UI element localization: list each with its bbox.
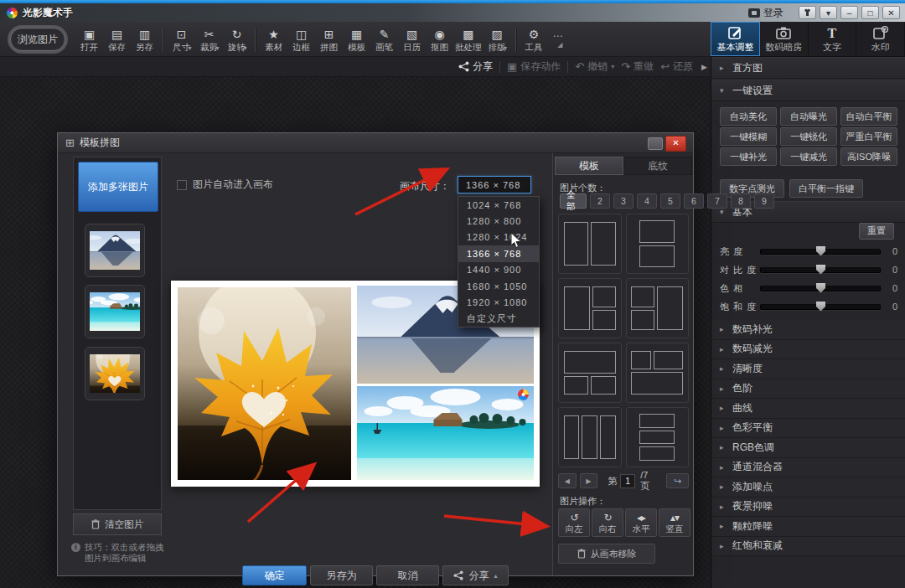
collage-photo-beach[interactable] (357, 386, 534, 480)
section-色阶[interactable]: ▸色阶 (711, 379, 905, 400)
toolbar-item-边框[interactable]: ◫边框 (287, 25, 315, 55)
page-number-input[interactable]: 1 (620, 474, 635, 488)
slider-thumb[interactable] (816, 302, 825, 312)
auto-enter-canvas-option[interactable]: 图片自动进入画布 (177, 178, 273, 192)
dialog-close-button[interactable]: ✕ (665, 136, 686, 152)
op-button-水平[interactable]: ◂▸水平 (625, 508, 657, 537)
slider-thumb[interactable] (816, 246, 825, 256)
redo-button[interactable]: ↷ 重做 (621, 59, 654, 74)
slider-track[interactable] (760, 286, 881, 291)
slider-track[interactable] (760, 249, 881, 255)
oneclick-button-一键锐化[interactable]: 一键锐化 (780, 127, 837, 146)
restore-button[interactable]: ↩ 还原 (660, 59, 693, 74)
tab-text[interactable]: T 文字 (809, 22, 857, 56)
toolbar-item-尺寸[interactable]: ⊡尺寸▾ (168, 25, 195, 55)
section-histogram[interactable]: ▸ 直方图 (711, 57, 905, 79)
dropdown-option[interactable]: 1680 × 1050 (458, 278, 539, 294)
template-thumb[interactable] (558, 407, 622, 467)
count-option-2[interactable]: 2 (590, 193, 610, 209)
menu-button[interactable]: ▾ (820, 6, 837, 19)
cancel-button[interactable]: 取消 (376, 565, 439, 585)
count-option-4[interactable]: 4 (637, 193, 657, 209)
maximize-button[interactable]: □ (861, 6, 879, 19)
toolbar-item-旋转[interactable]: ↻旋转▾ (223, 25, 251, 55)
dropdown-option[interactable]: 自定义尺寸 (458, 311, 539, 327)
undo-button[interactable]: ↶ 撤销 ▾ (575, 59, 614, 74)
login-button[interactable]: 登录 (748, 6, 783, 20)
count-option-7[interactable]: 7 (707, 193, 727, 209)
image-thumbnail-beach[interactable] (85, 285, 145, 338)
section-通道混合器[interactable]: ▸通道混合器 (711, 458, 905, 478)
slider-thumb[interactable] (816, 283, 825, 293)
slider-thumb[interactable] (816, 265, 825, 275)
section-oneclick[interactable]: ▾ 一键设置 (711, 80, 905, 101)
reset-button[interactable]: 重置 (859, 223, 894, 240)
clear-images-button[interactable]: 清空图片 (73, 513, 162, 535)
count-option-6[interactable]: 6 (684, 193, 704, 209)
canvas-size-combobox[interactable]: 1366 × 768 (458, 176, 531, 193)
oneclick-button-自动美化[interactable]: 自动美化 (720, 107, 777, 126)
oneclick-button-严重白平衡[interactable]: 严重白平衡 (840, 127, 897, 146)
toolbar-item-素材[interactable]: ★素材 (260, 25, 287, 55)
section-数码减光[interactable]: ▸数码减光 (711, 340, 905, 360)
toolbar-more-button[interactable]: ⋯◢ (553, 31, 563, 49)
count-option-9[interactable]: 9 (754, 193, 774, 209)
toolbar-item-抠图[interactable]: ◉抠图 (426, 25, 453, 55)
remove-from-canvas-button[interactable]: 从画布移除 (558, 544, 655, 564)
minimize-button[interactable]: – (840, 6, 858, 19)
template-thumb[interactable] (626, 407, 690, 467)
op-button-向左[interactable]: ↺向左 (558, 508, 590, 537)
skin-button[interactable] (799, 6, 816, 19)
tab-digital-darkroom[interactable]: 数码暗房 (760, 22, 809, 56)
dropdown-option[interactable]: 1366 × 768 (458, 245, 539, 261)
oneclick-button-高ISO降噪[interactable]: 高ISO降噪 (840, 147, 897, 166)
toolbar-item-日历[interactable]: ▧日历 (398, 25, 426, 55)
toolbar-item-画笔[interactable]: ✎画笔 (370, 25, 398, 55)
oneclick-button-自动白平衡[interactable]: 自动白平衡 (840, 107, 897, 126)
count-option-全部[interactable]: 全部 (560, 193, 587, 209)
checkbox-icon[interactable] (177, 180, 187, 190)
oneclick-button-自动曝光[interactable]: 自动曝光 (780, 107, 837, 126)
section-色彩平衡[interactable]: ▸色彩平衡 (711, 419, 905, 439)
tab-watermark[interactable]: 水印 (856, 22, 905, 56)
section-颗粒降噪[interactable]: ▸颗粒降噪 (711, 517, 905, 537)
tab-template[interactable]: 模板 (555, 157, 623, 175)
template-thumb[interactable] (626, 343, 690, 403)
section-夜景抑噪[interactable]: ▸夜景抑噪 (711, 498, 905, 518)
add-images-button[interactable]: 添加多张图片 (78, 162, 158, 212)
toolbar-item-工具[interactable]: ⚙工具 (520, 25, 548, 55)
section-清晰度[interactable]: ▸清晰度 (711, 359, 905, 379)
slider-track[interactable] (760, 304, 881, 310)
image-thumbnail-fuji[interactable] (85, 224, 145, 277)
oneclick-button-一键模糊[interactable]: 一键模糊 (720, 127, 777, 146)
toolbar-item-另存[interactable]: ▥另存 (131, 25, 158, 55)
template-thumb[interactable] (626, 214, 690, 274)
count-option-5[interactable]: 5 (660, 193, 680, 209)
template-thumb[interactable] (558, 278, 622, 338)
count-option-3[interactable]: 3 (613, 193, 634, 209)
section-添加噪点[interactable]: ▸添加噪点 (711, 477, 905, 498)
dropdown-option[interactable]: 1920 × 1080 (458, 294, 539, 310)
toolbar-item-保存[interactable]: ▤保存 (103, 25, 131, 55)
oneclick-button-白平衡一指键[interactable]: 白平衡一指键 (789, 179, 863, 198)
dialog-share-button[interactable]: 分享 ▴ (442, 565, 509, 585)
close-button[interactable]: ✕ (882, 6, 900, 19)
browse-images-button[interactable]: 浏览图片 (10, 28, 65, 51)
go-page-button[interactable]: ↪ (666, 473, 689, 488)
tab-texture[interactable]: 底纹 (623, 157, 692, 175)
template-thumb[interactable] (626, 278, 690, 338)
toolbar-item-批处理[interactable]: ▩批处理 (453, 25, 484, 55)
toolbar-item-拼图[interactable]: ⊞拼图 (315, 25, 343, 55)
share-button[interactable]: 分享 (458, 59, 493, 74)
template-thumb[interactable] (558, 343, 622, 403)
toolbar-item-裁剪[interactable]: ✂裁剪▾ (195, 25, 223, 55)
toolbar-item-模板[interactable]: ▦模板 (343, 25, 370, 55)
oneclick-button-一键减光[interactable]: 一键减光 (780, 147, 837, 166)
op-button-竖直[interactable]: ▴▾竖直 (659, 508, 690, 537)
save-action-button[interactable]: ▣ 保存动作 (507, 59, 561, 74)
slider-track[interactable] (760, 267, 881, 273)
section-曲线[interactable]: ▸曲线 (711, 399, 905, 419)
dialog-minimize-button[interactable] (648, 137, 663, 150)
collage-photo-leaf[interactable] (178, 287, 351, 480)
dropdown-option[interactable]: 1280 × 800 (458, 213, 539, 229)
